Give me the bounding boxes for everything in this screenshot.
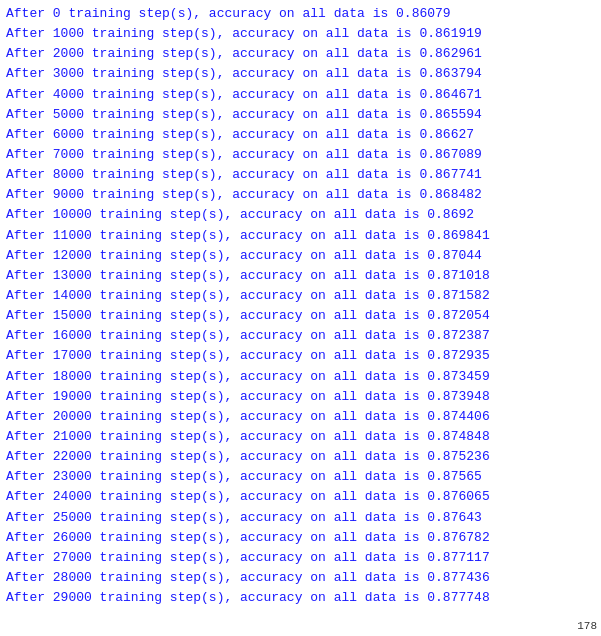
log-line: After 28000 training step(s), accuracy o…: [6, 568, 595, 588]
log-line: After 10000 training step(s), accuracy o…: [6, 205, 595, 225]
log-line: After 1000 training step(s), accuracy on…: [6, 24, 595, 44]
log-line: After 12000 training step(s), accuracy o…: [6, 246, 595, 266]
page-number: 178: [577, 620, 597, 632]
log-line: After 16000 training step(s), accuracy o…: [6, 326, 595, 346]
log-line: After 11000 training step(s), accuracy o…: [6, 226, 595, 246]
log-line: After 9000 training step(s), accuracy on…: [6, 185, 595, 205]
log-line: After 21000 training step(s), accuracy o…: [6, 427, 595, 447]
log-line: After 20000 training step(s), accuracy o…: [6, 407, 595, 427]
log-line: After 23000 training step(s), accuracy o…: [6, 467, 595, 487]
log-container: After 0 training step(s), accuracy on al…: [6, 4, 595, 608]
log-line: After 19000 training step(s), accuracy o…: [6, 387, 595, 407]
log-line: After 3000 training step(s), accuracy on…: [6, 64, 595, 84]
log-line: After 26000 training step(s), accuracy o…: [6, 528, 595, 548]
log-line: After 18000 training step(s), accuracy o…: [6, 367, 595, 387]
log-line: After 29000 training step(s), accuracy o…: [6, 588, 595, 608]
log-line: After 25000 training step(s), accuracy o…: [6, 508, 595, 528]
log-line: After 24000 training step(s), accuracy o…: [6, 487, 595, 507]
log-line: After 2000 training step(s), accuracy on…: [6, 44, 595, 64]
log-line: After 27000 training step(s), accuracy o…: [6, 548, 595, 568]
log-line: After 7000 training step(s), accuracy on…: [6, 145, 595, 165]
log-line: After 4000 training step(s), accuracy on…: [6, 85, 595, 105]
log-line: After 5000 training step(s), accuracy on…: [6, 105, 595, 125]
log-line: After 22000 training step(s), accuracy o…: [6, 447, 595, 467]
log-line: After 14000 training step(s), accuracy o…: [6, 286, 595, 306]
log-line: After 8000 training step(s), accuracy on…: [6, 165, 595, 185]
log-line: After 13000 training step(s), accuracy o…: [6, 266, 595, 286]
log-line: After 17000 training step(s), accuracy o…: [6, 346, 595, 366]
log-line: After 15000 training step(s), accuracy o…: [6, 306, 595, 326]
log-line: After 6000 training step(s), accuracy on…: [6, 125, 595, 145]
log-line: After 0 training step(s), accuracy on al…: [6, 4, 595, 24]
